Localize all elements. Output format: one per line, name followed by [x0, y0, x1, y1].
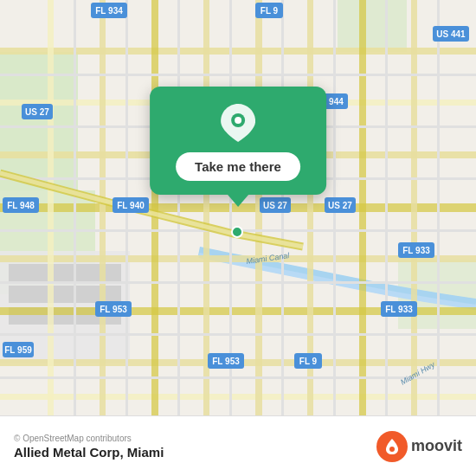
svg-rect-20: [203, 0, 209, 415]
svg-rect-30: [0, 333, 476, 336]
map-view: FL 934 FL 9 US 441 US 27 FL 948 FL 940 U…: [0, 0, 476, 415]
place-info: © OpenStreetMap contributors Allied Meta…: [14, 434, 164, 460]
svg-point-72: [232, 227, 242, 237]
svg-rect-34: [177, 0, 180, 415]
svg-rect-25: [0, 74, 476, 76]
svg-text:FL 9: FL 9: [261, 6, 279, 16]
svg-rect-38: [385, 0, 388, 415]
svg-text:FL 948: FL 948: [7, 201, 35, 210]
take-me-there-button[interactable]: Take me there: [176, 152, 300, 181]
svg-rect-16: [0, 394, 476, 400]
svg-rect-19: [151, 0, 158, 415]
location-pin-icon: [219, 104, 257, 142]
svg-point-74: [235, 117, 241, 124]
moovit-icon: [376, 431, 408, 462]
location-popup: Take me there: [150, 87, 326, 195]
svg-text:FL 933: FL 933: [402, 246, 430, 255]
svg-rect-18: [100, 0, 106, 415]
svg-rect-3: [338, 0, 407, 52]
svg-text:FL 953: FL 953: [212, 357, 240, 366]
svg-text:FL 934: FL 934: [95, 6, 123, 16]
svg-point-75: [389, 447, 395, 452]
svg-rect-23: [359, 0, 366, 415]
svg-rect-29: [0, 281, 476, 284]
place-name: Allied Metal Corp, Miami: [14, 445, 164, 460]
svg-text:US 27: US 27: [328, 201, 352, 210]
svg-text:US 441: US 441: [436, 29, 466, 39]
bottom-bar: © OpenStreetMap contributors Allied Meta…: [0, 415, 476, 476]
svg-rect-24: [411, 0, 417, 415]
moovit-text: moovit: [411, 437, 462, 455]
svg-rect-32: [74, 0, 76, 415]
svg-rect-9: [0, 48, 476, 55]
svg-rect-39: [437, 0, 440, 415]
svg-text:US 27: US 27: [25, 107, 49, 117]
svg-text:US 27: US 27: [263, 201, 287, 210]
svg-text:FL 933: FL 933: [385, 305, 413, 314]
map-attribution: © OpenStreetMap contributors: [14, 434, 164, 443]
svg-text:FL 959: FL 959: [4, 345, 32, 355]
svg-rect-1: [0, 52, 78, 190]
svg-rect-17: [48, 0, 54, 415]
svg-text:FL 940: FL 940: [117, 201, 145, 210]
svg-text:FL 9: FL 9: [299, 357, 318, 366]
svg-text:FL 953: FL 953: [100, 305, 127, 314]
moovit-logo: moovit: [376, 431, 462, 462]
